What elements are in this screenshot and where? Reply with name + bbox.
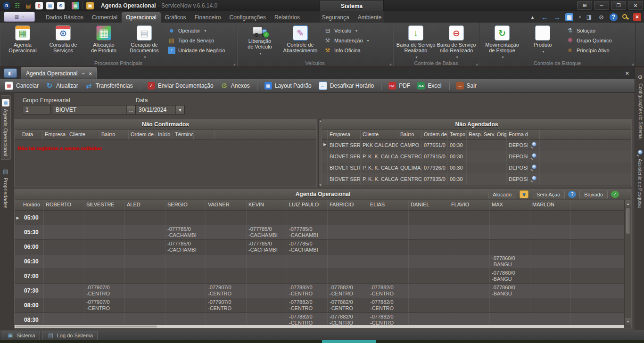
calendar-search-icon[interactable]: ⊙ <box>57 2 65 9</box>
cell-tempo[interactable]: 00:30 <box>448 151 467 162</box>
agenda-cell-silvestre[interactable]: -077907/0 -CENTRO <box>84 284 125 298</box>
column-header-fabricio[interactable]: FABRICIO <box>328 200 368 210</box>
cell-ordem-de[interactable]: 077651/0 ... <box>422 140 448 151</box>
agenda-cell-daniel[interactable] <box>409 269 449 283</box>
status-tab-sistema[interactable]: ▣Sistema <box>2 331 40 340</box>
row-search-cell[interactable] <box>528 174 540 185</box>
agenda-cell-elias[interactable] <box>368 225 409 239</box>
time-cell[interactable]: 07:30 <box>21 284 44 298</box>
agenda-cell-kevin[interactable] <box>247 269 287 283</box>
toolbar-button-pdf[interactable]: PDFPDF <box>388 82 410 90</box>
toolbar-button-transferencias[interactable]: ⇄Transferências <box>85 82 133 90</box>
row-search-icon[interactable] <box>530 153 537 160</box>
agenda-row[interactable]: 06:00-077785/0 -CACHAMBI-077785/0 -CACHA… <box>15 240 624 254</box>
agenda-cell-sergio[interactable]: -077785/0 -CACHAMBI <box>165 240 206 254</box>
agenda-vertical-scrollbar[interactable]: ▲ ▼ <box>624 200 631 325</box>
agenda-cell-sergio[interactable] <box>165 254 206 269</box>
column-header-aled[interactable]: ALED <box>125 200 165 210</box>
agenda-cell-fabricio[interactable]: -077882/0 -CENTRO <box>328 313 368 325</box>
agenda-cell-elias[interactable]: -077882/0 -CENTRO <box>368 298 409 312</box>
time-cell[interactable]: 05:00 <box>21 211 44 225</box>
tab-ambiente[interactable]: Ambiente <box>354 12 386 23</box>
agenda-row[interactable]: 08:30-077882/0 -CENTRO-077882/0 -CENTRO-… <box>15 313 624 325</box>
ribbon-button-consulta-de-servicos[interactable]: ⊙Consulta de Serviços <box>43 24 83 59</box>
toolbar-button-cancelar[interactable]: ▦Cancelar <box>5 82 39 90</box>
agenda-cell-aled[interactable] <box>125 240 165 254</box>
column-header-cliente[interactable]: Cliente <box>67 130 99 139</box>
tab-relatorios[interactable]: Relatórios <box>270 12 304 23</box>
column-header-inicio[interactable]: Início <box>156 130 173 139</box>
column-header-termino[interactable]: Término <box>173 130 194 139</box>
cell-bairro[interactable]: CENTRO <box>398 151 422 162</box>
dock-tab-agenda-operacional[interactable]: ▦Agenda Operacional <box>1 95 11 160</box>
ribbon-button-operador[interactable]: ☻Operador▾ <box>168 27 233 34</box>
agenda-row[interactable]: 07:30-077907/0 -CENTRO-077907/0 -CENTRO-… <box>15 284 624 298</box>
column-header-cliente[interactable]: Cliente <box>361 130 398 139</box>
agenda-cell-luiz-paulo[interactable] <box>287 269 328 283</box>
permissions-icon[interactable] <box>622 14 629 21</box>
document-icon[interactable]: ▤ <box>25 2 32 9</box>
column-header-empty[interactable] <box>204 130 215 139</box>
help-icon[interactable]: ? <box>610 13 618 21</box>
agenda-cell-marlon[interactable] <box>530 254 571 269</box>
ribbon-button-manutencao[interactable]: ⚒Manutenção▾ <box>324 37 389 44</box>
row-search-cell[interactable] <box>528 163 540 173</box>
ribbon-button-solucao[interactable]: ⚗Solução <box>566 27 631 34</box>
script-document-icon[interactable]: {} <box>35 2 43 9</box>
row-search-icon[interactable] <box>530 164 537 171</box>
ribbon-button-alocacao-de-produto[interactable]: ▦Alocação de Produto <box>84 24 124 59</box>
agenda-cell-fabricio[interactable] <box>328 269 368 283</box>
data-date-picker[interactable]: 30/11/2024 ▾ <box>136 105 185 114</box>
agenda-cell-fabricio[interactable]: -077882/0 -CENTRO <box>328 298 368 312</box>
agenda-cell-silvestre[interactable] <box>84 211 125 225</box>
column-header-horario[interactable]: Horário <box>21 200 44 210</box>
agenda-row[interactable]: 05:30-077785/0 -CACHAMBI-077785/0 -CACHA… <box>15 225 624 240</box>
agenda-row[interactable]: ▶05:00 <box>15 211 624 225</box>
cell-forma-d[interactable]: DEPOSI... <box>507 151 528 162</box>
tab-seguranca[interactable]: Segurança <box>318 12 354 23</box>
column-header-flavio[interactable]: FLAVIO <box>449 200 490 210</box>
time-cell[interactable]: 05:30 <box>21 225 44 239</box>
agenda-cell-kevin[interactable] <box>247 313 287 325</box>
cell-bairro[interactable]: CENTRO <box>398 174 422 185</box>
cell-cliente[interactable]: P. K. K. CALCAD... <box>361 163 398 173</box>
column-header-ordem-de[interactable]: Ordem de... <box>422 130 448 139</box>
agenda-cell-sergio[interactable] <box>165 269 206 283</box>
ribbon-button-unidade-de-negocio[interactable]: ↑Unidade de Negócio <box>168 47 233 54</box>
scroll-up-button[interactable]: ▲ <box>625 200 631 207</box>
agenda-cell-flavio[interactable] <box>449 269 490 283</box>
agenda-cell-elias[interactable] <box>368 211 409 225</box>
agenda-cell-max[interactable]: -077860/0 -BANGU <box>490 254 530 269</box>
column-header-roberto[interactable]: ROBERTO <box>44 200 84 210</box>
agenda-cell-elias[interactable]: -077882/0 -CENTRO <box>368 313 409 325</box>
date-dropdown-button[interactable]: ▾ <box>175 106 184 114</box>
agenda-cell-aled[interactable] <box>125 269 165 283</box>
scroll-down-button[interactable]: ▼ <box>625 318 631 325</box>
agenda-cell-vagner[interactable]: -077907/0 -CENTRO <box>206 284 247 298</box>
row-search-icon[interactable] <box>530 142 537 148</box>
dock-tab-assistente-de-pesquisa[interactable]: Assistente de Pesquisa <box>636 147 644 211</box>
ribbon-button-info-oficina[interactable]: ⚒Info Oficina <box>324 47 389 54</box>
document-tab[interactable]: Agenda Operacional – × <box>21 67 97 79</box>
agenda-cell-vagner[interactable] <box>206 225 247 239</box>
agenda-cell-marlon[interactable] <box>530 284 571 298</box>
toolbar-button-sair[interactable]: →Sair <box>456 82 477 90</box>
agenda-cell-daniel[interactable] <box>409 313 449 325</box>
agenda-cell-daniel[interactable] <box>409 284 449 298</box>
status-tab-log-do-sistema[interactable]: ▤Log do Sistema <box>42 331 98 340</box>
agenda-cell-flavio[interactable] <box>449 254 490 269</box>
tab-configuracoes[interactable]: Configurações <box>225 12 270 23</box>
agenda-cell-max[interactable] <box>490 225 530 239</box>
ribbon-button-principio-ativo[interactable]: ⚛Princípio Ativo <box>566 47 631 54</box>
agenda-cell-sergio[interactable] <box>165 313 206 325</box>
agenda-cell-marlon[interactable] <box>530 211 571 225</box>
tab-dados-basicos[interactable]: Dados Básicos <box>41 12 88 23</box>
agenda-cell-elias[interactable] <box>368 240 409 254</box>
org-chart-icon[interactable]: ☷ <box>14 2 21 9</box>
dock-tab-propriedades[interactable]: ▤Propriedades <box>1 164 10 212</box>
agenda-cell-kevin[interactable]: -077785/0 -CACHAMBI <box>247 225 287 239</box>
cell-tempo[interactable]: 00:30 <box>448 140 467 151</box>
cell-bairro[interactable]: CAMPO ... <box>398 140 422 151</box>
cell-ordem-de[interactable]: 077926/0 ... <box>422 163 448 173</box>
agenda-cell-sergio[interactable] <box>165 211 206 225</box>
